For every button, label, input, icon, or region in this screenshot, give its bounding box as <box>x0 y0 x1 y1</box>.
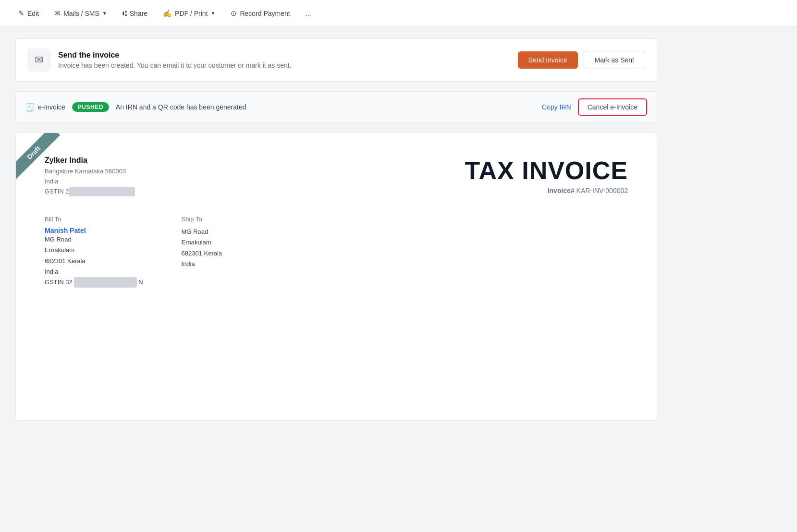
bill-address: MG Road Ernakulam 682301 Kerala India GS… <box>45 234 143 287</box>
envelope-icon: ✉ <box>27 48 50 72</box>
billing-section: Bill To Manish Patel MG Road Ernakulam 6… <box>45 216 628 287</box>
customer-name-link[interactable]: Manish Patel <box>45 227 143 234</box>
main-content: ✉ Send the invoice Invoice has been crea… <box>0 27 673 432</box>
toolbar: ✎ Edit ✉ Mails / SMS ▼ ⑆ Share ✍ PDF / P… <box>0 0 797 27</box>
share-button[interactable]: ⑆ Share <box>116 5 154 21</box>
chevron-down-icon: ▼ <box>211 11 216 16</box>
record-payment-button[interactable]: ⊙ Record Payment <box>224 5 296 22</box>
invoice-title: TAX INVOICE <box>465 156 628 185</box>
mails-sms-button[interactable]: ✉ Mails / SMS ▼ <box>48 5 114 22</box>
share-icon: ⑆ <box>123 9 127 17</box>
banner-text: Send the invoice Invoice has been create… <box>58 51 510 69</box>
send-invoice-button[interactable]: Send Invoice <box>518 51 578 69</box>
einvoice-label: 🧾 e-Invoice <box>25 103 65 112</box>
banner-description: Invoice has been created. You can email … <box>58 61 510 69</box>
edit-button[interactable]: ✎ Edit <box>12 5 46 22</box>
bill-to-label: Bill To <box>45 216 143 223</box>
einvoice-bar: 🧾 e-Invoice PUSHED An IRN and a QR code … <box>15 91 657 123</box>
chevron-down-icon: ▼ <box>102 11 107 16</box>
cancel-einvoice-button[interactable]: Cancel e-Invoice <box>578 98 647 116</box>
draft-label: Draft <box>16 133 60 179</box>
edit-icon: ✎ <box>18 9 25 18</box>
ship-address: MG Road Ernakulam 682301 Kerala India <box>182 227 278 269</box>
mark-as-sent-button[interactable]: Mark as Sent <box>584 51 645 69</box>
more-options-button[interactable]: ... <box>299 6 318 21</box>
copy-irn-button[interactable]: Copy IRN <box>542 103 571 111</box>
pdf-print-button[interactable]: ✍ PDF / Print ▼ <box>156 5 222 22</box>
banner-actions: Send Invoice Mark as Sent <box>518 51 645 69</box>
invoice-number: Invoice# KAR-INV-000002 <box>465 187 628 194</box>
ship-to-column: Ship To MG Road Ernakulam 682301 Kerala … <box>182 216 278 287</box>
banner-title: Send the invoice <box>58 51 510 60</box>
payment-icon: ⊙ <box>231 9 237 18</box>
einvoice-icon: 🧾 <box>25 103 35 112</box>
pushed-badge: PUSHED <box>72 102 109 112</box>
einvoice-message: An IRN and a QR code has been generated <box>116 103 535 111</box>
invoice-header: Zylker India Bangalore Karnataka 560003 … <box>45 156 628 196</box>
pdf-icon: ✍ <box>163 9 172 18</box>
invoice-title-block: TAX INVOICE Invoice# KAR-INV-000002 <box>465 156 628 194</box>
draft-ribbon: Draft <box>16 133 74 191</box>
bill-to-column: Bill To Manish Patel MG Road Ernakulam 6… <box>45 216 143 287</box>
ship-to-label: Ship To <box>182 216 278 223</box>
invoice-document: Draft Zylker India Bangalore Karnataka 5… <box>15 133 657 421</box>
send-invoice-banner: ✉ Send the invoice Invoice has been crea… <box>15 38 657 82</box>
mail-icon: ✉ <box>54 9 61 18</box>
